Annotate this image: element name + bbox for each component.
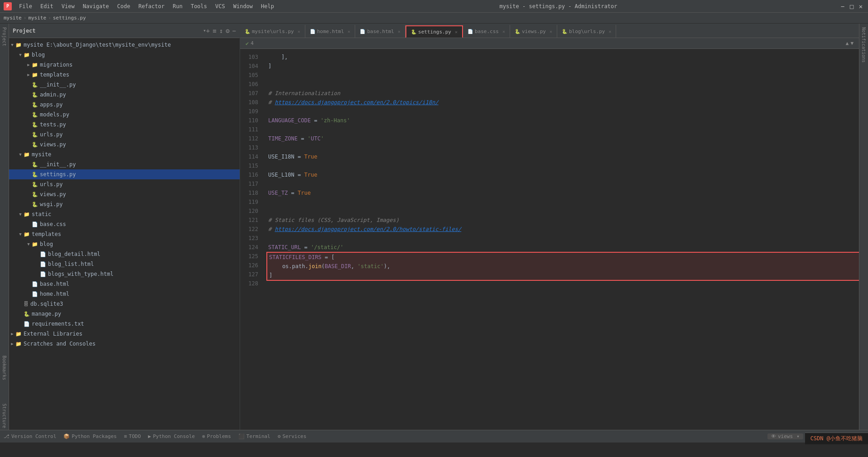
- tab-tab-views[interactable]: 🐍views.py✕: [510, 25, 557, 38]
- code-content[interactable]: ],]# Internationalization# https://docs.…: [263, 49, 859, 430]
- tree-item-views-py-blog[interactable]: 🐍views.py: [9, 140, 240, 149]
- tree-item-base-html[interactable]: 📄base.html: [9, 279, 240, 289]
- menu-navigate[interactable]: Navigate: [79, 2, 113, 10]
- structure-label[interactable]: Structure: [1, 402, 8, 430]
- tab-close-icon[interactable]: ✕: [398, 29, 400, 34]
- settings-gear-icon[interactable]: ⚙: [226, 27, 229, 34]
- tab-icon: 🐍: [515, 29, 520, 34]
- tree-item-templates-folder-root[interactable]: ▼📁templates: [9, 229, 240, 239]
- menu-code[interactable]: Code: [114, 2, 134, 10]
- tree-item-blog-folder-templates[interactable]: ▼📁blog: [9, 239, 240, 249]
- tree-item-requirements-txt[interactable]: 📄requirements.txt: [9, 319, 240, 329]
- tree-item-external-libs[interactable]: ▶📁External Libraries: [9, 329, 240, 339]
- bookmarks-label[interactable]: Bookmarks: [1, 354, 8, 382]
- code-line-110: LANGUAGE_CODE = 'zh-Hans': [266, 116, 859, 125]
- tree-file-icon: 🐍: [32, 112, 38, 118]
- close-button[interactable]: ✕: [857, 3, 864, 10]
- views-button[interactable]: 👁 views ▾: [767, 433, 803, 439]
- tab-tab-basecss[interactable]: 📄base.css✕: [463, 25, 510, 38]
- main-layout: Project Bookmarks Structure Project ▾ + …: [0, 24, 868, 430]
- menu-run[interactable]: Run: [169, 2, 186, 10]
- hide-icon[interactable]: −: [232, 27, 236, 34]
- tab-close-icon[interactable]: ✕: [347, 29, 350, 34]
- tab-close-icon[interactable]: ✕: [455, 29, 458, 34]
- menu-window[interactable]: Window: [230, 2, 256, 10]
- tree-item-tests-py[interactable]: 🐍tests.py: [9, 120, 240, 130]
- tree-label: settings.py: [40, 171, 76, 178]
- tab-tab-settings[interactable]: 🐍settings.py✕: [405, 25, 463, 38]
- menu-tools[interactable]: Tools: [187, 2, 211, 10]
- tree-label: static: [32, 211, 51, 217]
- tree-item-blogs-with-type-html[interactable]: 📄blogs_with_type.html: [9, 269, 240, 279]
- code-line-105: [266, 71, 859, 80]
- tree-item-urls-py-blog[interactable]: 🐍urls.py: [9, 130, 240, 140]
- notifications-label[interactable]: Notifications: [860, 25, 867, 64]
- python-console-status[interactable]: ▶ Python Console: [148, 433, 195, 439]
- tree-item-home-html[interactable]: 📄home.html: [9, 289, 240, 299]
- tab-tab-blogurls[interactable]: 🐍blog\urls.py✕: [557, 25, 617, 38]
- tab-close-icon[interactable]: ✕: [608, 29, 611, 34]
- code-line-122: # https://docs.djangoproject.com/en/2.0/…: [266, 225, 859, 234]
- menu-file[interactable]: File: [15, 2, 36, 10]
- code-line-106: [266, 80, 859, 89]
- menu-help[interactable]: Help: [257, 2, 278, 10]
- nav-up-icon[interactable]: ▲: [846, 40, 849, 46]
- tab-icon: 🐍: [245, 29, 250, 34]
- tree-item-settings-py[interactable]: 🐍settings.py: [9, 169, 240, 179]
- python-packages-status[interactable]: 📦 Python Packages: [63, 433, 116, 439]
- tab-close-icon[interactable]: ✕: [502, 29, 505, 34]
- sort-icon[interactable]: ↕: [219, 27, 223, 34]
- tree-item-urls-py-mysite[interactable]: 🐍urls.py: [9, 179, 240, 189]
- tab-tab-base[interactable]: 📄base.html✕: [355, 25, 405, 38]
- tree-item-views-py-mysite[interactable]: 🐍views.py: [9, 189, 240, 199]
- services-status[interactable]: ⚙ Services: [278, 433, 307, 439]
- tree-file-icon: 📁: [15, 341, 22, 347]
- tree-item-mysite-folder[interactable]: ▼📁mysite: [9, 149, 240, 159]
- tree-item-wsgi-py[interactable]: 🐍wsgi.py: [9, 199, 240, 209]
- problems-status[interactable]: ⊗ Problems: [202, 433, 231, 439]
- menu-view[interactable]: View: [58, 2, 78, 10]
- tree-item-blog-list-html[interactable]: 📄blog_list.html: [9, 259, 240, 269]
- tree-item-migrations-folder[interactable]: ▶📁migrations: [9, 60, 240, 70]
- tree-item-templates-folder-blog[interactable]: ▶📁templates: [9, 70, 240, 80]
- tree-item-db-sqlite3[interactable]: 🗄db.sqlite3: [9, 299, 240, 309]
- menu-vcs[interactable]: VCS: [212, 2, 229, 10]
- tree-item-models-py[interactable]: 🐍models.py: [9, 110, 240, 120]
- new-file-icon[interactable]: +: [206, 27, 210, 34]
- project-dropdown-arrow[interactable]: ▾: [203, 28, 206, 34]
- terminal-status[interactable]: ⬛ Terminal: [238, 433, 270, 439]
- minimize-button[interactable]: −: [839, 3, 846, 10]
- tree-item-admin-py[interactable]: 🐍admin.py: [9, 90, 240, 100]
- tree-label: blog_detail.html: [48, 251, 101, 257]
- code-area: 1031041051061071081091101111121131141151…: [240, 49, 859, 430]
- tree-item-base-css[interactable]: 📄base.css: [9, 219, 240, 229]
- nav-down-icon[interactable]: ▼: [850, 40, 854, 46]
- todo-status[interactable]: ≡ TODO: [124, 433, 141, 439]
- tree-file-icon: 🐍: [32, 182, 38, 188]
- tree-arrow: ▶: [9, 332, 15, 336]
- collapse-all-icon[interactable]: ≡: [212, 27, 216, 34]
- project-label[interactable]: Project: [1, 25, 8, 48]
- tab-tab-home[interactable]: 📄home.html✕: [305, 25, 356, 38]
- version-control-status[interactable]: ⎇ Version Control: [4, 433, 56, 439]
- tab-close-icon[interactable]: ✕: [298, 29, 300, 34]
- tree-item-init-py-blog[interactable]: 🐍__init__.py: [9, 80, 240, 90]
- tree-item-blog-detail-html[interactable]: 📄blog_detail.html: [9, 249, 240, 259]
- tree-item-blog-folder[interactable]: ▼📁blog: [9, 50, 240, 60]
- tree-item-mysite-root[interactable]: ▼📁mysite E:\about_Django\test\mysite_env…: [9, 40, 240, 50]
- tree-arrow: ▼: [17, 212, 24, 216]
- menu-refactor[interactable]: Refactor: [135, 2, 168, 10]
- tab-close-icon[interactable]: ✕: [550, 29, 552, 34]
- tree-item-apps-py[interactable]: 🐍apps.py: [9, 100, 240, 110]
- tree-item-manage-py[interactable]: 🐍manage.py: [9, 309, 240, 319]
- breadcrumb-part2[interactable]: mysite: [28, 15, 46, 21]
- line-number: 118: [240, 188, 258, 197]
- tree-item-init-py-mysite[interactable]: 🐍__init__.py: [9, 159, 240, 169]
- tree-item-static-folder[interactable]: ▼📁static: [9, 209, 240, 219]
- tab-tab-urls[interactable]: 🐍mysite\urls.py✕: [240, 25, 305, 38]
- menu-edit[interactable]: Edit: [37, 2, 57, 10]
- maximize-button[interactable]: □: [848, 3, 855, 10]
- breadcrumb-part1[interactable]: mysite: [4, 15, 22, 21]
- breadcrumb-part3[interactable]: settings.py: [53, 15, 86, 21]
- tree-item-scratches[interactable]: ▶📁Scratches and Consoles: [9, 339, 240, 349]
